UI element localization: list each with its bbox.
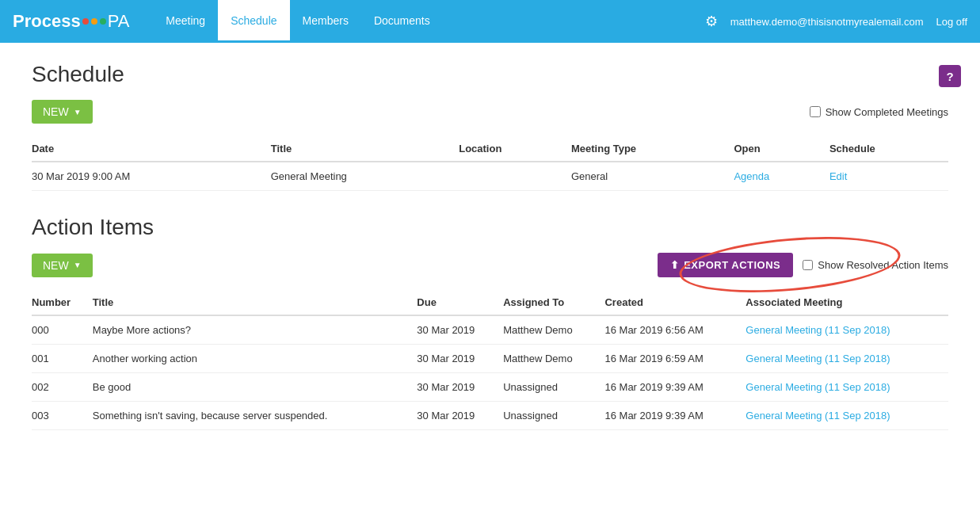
- cell-created: 16 Mar 2019 6:56 AM: [604, 315, 745, 345]
- cell-meeting-type: General: [571, 162, 734, 191]
- export-actions-button[interactable]: ⬆ EXPORT ACTIONS: [658, 253, 794, 277]
- show-completed-checkbox[interactable]: [810, 106, 821, 117]
- show-resolved-container: Show Resolved Action Items: [803, 259, 948, 271]
- col-title: Title: [271, 136, 459, 162]
- schedule-table: Date Title Location Meeting Type Open Sc…: [32, 136, 948, 191]
- col-action-title: Title: [93, 290, 418, 315]
- action-items-table: Number Title Due Assigned To Created Ass…: [32, 290, 948, 430]
- export-label: EXPORT ACTIONS: [684, 259, 780, 271]
- cell-created: 16 Mar 2019 9:39 AM: [604, 402, 745, 430]
- cell-location: [459, 162, 571, 191]
- navbar-right: ⚙ matthew.demo@thisisnotmyrealemail.com …: [705, 13, 967, 30]
- edit-link[interactable]: Edit: [829, 170, 847, 182]
- agenda-link[interactable]: Agenda: [734, 170, 769, 182]
- col-meeting-type: Meeting Type: [571, 136, 734, 162]
- show-resolved-label: Show Resolved Action Items: [818, 259, 948, 271]
- cell-associated-meeting[interactable]: General Meeting (11 Sep 2018): [745, 345, 948, 373]
- show-completed-label: Show Completed Meetings: [826, 106, 948, 118]
- cell-number: 000: [32, 315, 93, 345]
- cell-due: 30 Mar 2019: [417, 315, 503, 345]
- export-icon: ⬆: [670, 259, 680, 271]
- col-date: Date: [32, 136, 271, 162]
- action-new-arrow: ▼: [74, 261, 82, 269]
- cell-associated-meeting[interactable]: General Meeting (11 Sep 2018): [745, 373, 948, 402]
- cell-due: 30 Mar 2019: [417, 373, 503, 402]
- table-row: 30 Mar 2019 9:00 AM General Meeting Gene…: [32, 162, 948, 191]
- cell-action-title: Maybe More actions?: [93, 315, 418, 345]
- table-row: 001 Another working action 30 Mar 2019 M…: [32, 345, 948, 373]
- meeting-link[interactable]: General Meeting (11 Sep 2018): [745, 381, 890, 393]
- cell-assigned-to: Matthew Demo: [503, 315, 604, 345]
- nav-meeting[interactable]: Meeting: [153, 0, 218, 43]
- schedule-new-arrow: ▼: [74, 108, 82, 116]
- col-number: Number: [32, 290, 93, 315]
- col-schedule: Schedule: [829, 136, 948, 162]
- cell-assigned-to: Unassigned: [503, 402, 604, 430]
- meeting-link[interactable]: General Meeting (11 Sep 2018): [745, 410, 890, 422]
- brand-process-text: Process: [13, 11, 81, 32]
- schedule-new-button[interactable]: NEW ▼: [32, 100, 93, 124]
- table-row: 000 Maybe More actions? 30 Mar 2019 Matt…: [32, 315, 948, 345]
- schedule-table-header-row: Date Title Location Meeting Type Open Sc…: [32, 136, 948, 162]
- logoff-link[interactable]: Log off: [936, 16, 967, 28]
- action-items-toolbar: NEW ▼ ⬆ EXPORT ACTIONS Show Resolved Act…: [32, 253, 948, 277]
- table-row: 003 Something isn't saving, because serv…: [32, 402, 948, 430]
- cell-associated-meeting[interactable]: General Meeting (11 Sep 2018): [745, 402, 948, 430]
- main-content: Schedule NEW ▼ Show Completed Meetings D…: [0, 43, 980, 473]
- show-resolved-checkbox[interactable]: [803, 260, 813, 270]
- dot-green: [100, 18, 106, 25]
- brand-pa-text: PA: [108, 11, 130, 32]
- nav-members[interactable]: Members: [290, 0, 361, 43]
- navbar-email: matthew.demo@thisisnotmyrealemail.com: [730, 16, 924, 28]
- action-new-label: NEW: [43, 259, 69, 272]
- help-button[interactable]: ?: [939, 65, 961, 87]
- cell-associated-meeting[interactable]: General Meeting (11 Sep 2018): [745, 315, 948, 345]
- cell-assigned-to: Matthew Demo: [503, 345, 604, 373]
- cell-created: 16 Mar 2019 9:39 AM: [604, 373, 745, 402]
- col-location: Location: [459, 136, 571, 162]
- brand-logo[interactable]: Process PA: [13, 11, 129, 32]
- col-open: Open: [734, 136, 829, 162]
- cell-title: General Meeting: [271, 162, 459, 191]
- schedule-new-label: NEW: [43, 105, 69, 118]
- nav-schedule[interactable]: Schedule: [218, 0, 289, 43]
- cell-number: 001: [32, 345, 93, 373]
- cell-number: 003: [32, 402, 93, 430]
- col-assigned-to: Assigned To: [503, 290, 604, 315]
- cell-number: 002: [32, 373, 93, 402]
- cell-created: 16 Mar 2019 6:59 AM: [604, 345, 745, 373]
- gear-icon[interactable]: ⚙: [705, 13, 718, 30]
- col-associated-meeting: Associated Meeting: [745, 290, 948, 315]
- nav-documents[interactable]: Documents: [361, 0, 443, 43]
- meeting-link[interactable]: General Meeting (11 Sep 2018): [745, 324, 890, 336]
- cell-schedule[interactable]: Edit: [829, 162, 948, 191]
- cell-assigned-to: Unassigned: [503, 373, 604, 402]
- table-row: 002 Be good 30 Mar 2019 Unassigned 16 Ma…: [32, 373, 948, 402]
- col-due: Due: [417, 290, 503, 315]
- schedule-title: Schedule: [32, 62, 948, 87]
- dot-red: [82, 18, 89, 25]
- navbar: Process PA Meeting Schedule Members Docu…: [0, 0, 980, 43]
- cell-due: 30 Mar 2019: [417, 345, 503, 373]
- action-table-header-row: Number Title Due Assigned To Created Ass…: [32, 290, 948, 315]
- schedule-toolbar: NEW ▼ Show Completed Meetings: [32, 100, 948, 124]
- show-completed-container: Show Completed Meetings: [810, 106, 948, 118]
- cell-open[interactable]: Agenda: [734, 162, 829, 191]
- brand-dots: [82, 18, 106, 25]
- cell-date: 30 Mar 2019 9:00 AM: [32, 162, 271, 191]
- cell-action-title: Another working action: [93, 345, 418, 373]
- cell-due: 30 Mar 2019: [417, 402, 503, 430]
- cell-action-title: Be good: [93, 373, 418, 402]
- dot-orange: [91, 18, 97, 25]
- cell-action-title: Something isn't saving, because server s…: [93, 402, 418, 430]
- action-items-title: Action Items: [32, 215, 948, 240]
- action-new-button[interactable]: NEW ▼: [32, 254, 93, 277]
- meeting-link[interactable]: General Meeting (11 Sep 2018): [745, 353, 890, 364]
- nav-links: Meeting Schedule Members Documents: [153, 0, 442, 43]
- action-toolbar-right: ⬆ EXPORT ACTIONS Show Resolved Action It…: [658, 253, 948, 277]
- col-created: Created: [604, 290, 745, 315]
